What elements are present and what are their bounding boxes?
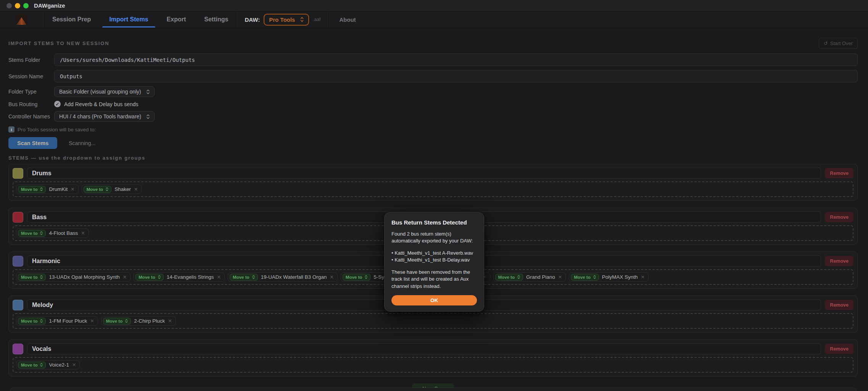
dialog-body-outro: These have been removed from the track l… bbox=[391, 269, 477, 290]
window-title: DAWganize bbox=[34, 2, 65, 9]
folder-type-label: Folder Type bbox=[8, 89, 54, 95]
session-name-input[interactable]: Outputs bbox=[54, 70, 858, 82]
updown-chevrons-icon bbox=[252, 275, 255, 279]
dialog-item-list: Katti_Meethi_v1_test A-Reverb.wavKatti_M… bbox=[391, 250, 477, 264]
move-to-select[interactable]: Move to bbox=[230, 274, 258, 281]
stem-chip: Move to1-FM Four Pluck✕ bbox=[16, 316, 98, 326]
move-to-select[interactable]: Move to bbox=[135, 274, 163, 281]
stem-chip: Move to4-Floot Bass✕ bbox=[16, 228, 89, 238]
window-zoom-button[interactable] bbox=[23, 3, 29, 8]
stem-name: Voice2-1 bbox=[49, 362, 69, 368]
remove-stem-icon[interactable]: ✕ bbox=[71, 186, 74, 192]
daw-select-value: Pro Tools bbox=[269, 16, 295, 23]
remove-stem-icon[interactable]: ✕ bbox=[72, 362, 76, 368]
remove-stem-icon[interactable]: ✕ bbox=[134, 186, 138, 192]
tab-session-prep[interactable]: Session Prep bbox=[43, 11, 100, 27]
stem-name: 2-Chirp Pluck bbox=[134, 318, 165, 324]
remove-stem-icon[interactable]: ✕ bbox=[168, 318, 172, 324]
remove-group-button[interactable]: Remove bbox=[825, 168, 854, 178]
group-name-input[interactable]: Vocals bbox=[27, 343, 821, 354]
remove-stem-icon[interactable]: ✕ bbox=[90, 318, 94, 324]
remove-stem-icon[interactable]: ✕ bbox=[558, 274, 562, 280]
save-location-note: Pro Tools session will be saved to: bbox=[18, 127, 96, 132]
window-minimize-button[interactable] bbox=[15, 3, 20, 8]
stem-chip: Move toPolyMAX Synth✕ bbox=[569, 272, 649, 282]
updown-chevrons-icon bbox=[365, 275, 367, 279]
stem-chip: Move to2-Chirp Pluck✕ bbox=[101, 316, 176, 326]
daw-cell: DAW: Pro Tools .aaf bbox=[238, 11, 327, 27]
bus-routing-checkbox[interactable]: ✓ bbox=[54, 101, 61, 107]
remove-group-button[interactable]: Remove bbox=[825, 256, 854, 266]
group-name-input[interactable]: Drums bbox=[27, 168, 821, 179]
bus-routing-checkbox-label: Add Reverb & Delay bus sends bbox=[64, 101, 138, 107]
dialog-title: Bus Return Stems Detected bbox=[391, 219, 477, 226]
updown-chevrons-icon bbox=[517, 275, 520, 279]
tab-about[interactable]: About bbox=[328, 11, 367, 27]
info-icon: i bbox=[8, 126, 14, 132]
logo-cell bbox=[0, 11, 43, 27]
updown-chevrons-icon bbox=[147, 114, 150, 119]
updown-chevrons-icon bbox=[125, 319, 128, 323]
group-drop-zone[interactable]: Move toDrumKit✕Move toShaker✕ bbox=[13, 181, 854, 197]
updown-chevrons-icon bbox=[40, 187, 43, 191]
controller-names-label: Controller Names bbox=[8, 113, 54, 120]
group-color-swatch[interactable] bbox=[13, 212, 23, 223]
daw-label: DAW: bbox=[245, 16, 260, 23]
scan-status-text: Scanning... bbox=[69, 140, 95, 146]
updown-chevrons-icon bbox=[40, 363, 43, 367]
remove-stem-icon[interactable]: ✕ bbox=[330, 274, 333, 280]
dialog-body-intro: Found 2 bus return stem(s) automatically… bbox=[391, 231, 477, 245]
start-over-button[interactable]: ↺ Start Over bbox=[819, 38, 858, 49]
move-to-select[interactable]: Move to bbox=[343, 274, 370, 281]
stem-name: 19-UADx Waterfall B3 Organ bbox=[261, 274, 327, 280]
stem-chip: Move toGrand Piano✕ bbox=[493, 272, 566, 282]
dialog-list-item: Katti_Meethi_v1_test B-Delay.wav bbox=[391, 257, 477, 263]
group-color-swatch[interactable] bbox=[13, 256, 23, 267]
move-to-select[interactable]: Move to bbox=[18, 230, 46, 237]
title-bar: DAWganize bbox=[0, 0, 868, 11]
folder-type-select[interactable]: Basic Folder (visual grouping only) bbox=[54, 86, 155, 97]
move-to-select[interactable]: Move to bbox=[18, 186, 46, 193]
group-drop-zone[interactable]: Move toVoice2-1✕ bbox=[13, 357, 854, 373]
move-to-select[interactable]: Move to bbox=[571, 274, 599, 281]
remove-stem-icon[interactable]: ✕ bbox=[81, 230, 85, 236]
scan-stems-button[interactable]: Scan Stems bbox=[8, 137, 57, 149]
stem-chip: Move to14-Evangelis Strings✕ bbox=[134, 272, 225, 282]
remove-group-button[interactable]: Remove bbox=[825, 212, 854, 222]
move-to-select[interactable]: Move to bbox=[84, 186, 111, 193]
stem-chip: Move toShaker✕ bbox=[82, 184, 142, 194]
stem-name: Grand Piano bbox=[526, 274, 555, 280]
move-to-select[interactable]: Move to bbox=[103, 318, 131, 325]
remove-stem-icon[interactable]: ✕ bbox=[641, 274, 645, 280]
stem-chip: Move toDrumKit✕ bbox=[16, 184, 79, 194]
group-color-swatch[interactable] bbox=[13, 344, 23, 354]
updown-chevrons-icon bbox=[593, 275, 596, 279]
move-to-select[interactable]: Move to bbox=[495, 274, 523, 281]
stems-folder-label: Stems Folder bbox=[8, 57, 54, 63]
bus-return-dialog: Bus Return Stems Detected Found 2 bus re… bbox=[384, 212, 484, 312]
stem-chip: Move toVoice2-1✕ bbox=[16, 360, 80, 370]
stem-name: 1-FM Four Pluck bbox=[49, 318, 87, 324]
remove-stem-icon[interactable]: ✕ bbox=[217, 274, 221, 280]
stems-folder-input[interactable]: /Users/suresh/Downloads/KattiMeeti/Outpu… bbox=[54, 53, 858, 66]
import-section-title: IMPORT STEMS TO NEW SESSION bbox=[8, 40, 109, 46]
tab-export[interactable]: Export bbox=[158, 11, 195, 27]
move-to-select[interactable]: Move to bbox=[18, 362, 46, 368]
dialog-ok-button[interactable]: OK bbox=[391, 295, 477, 305]
tab-import-stems[interactable]: Import Stems bbox=[100, 11, 157, 27]
group-color-swatch[interactable] bbox=[13, 300, 23, 310]
daw-select[interactable]: Pro Tools bbox=[264, 14, 309, 26]
remove-group-button[interactable]: Remove bbox=[825, 300, 854, 310]
window-close-button[interactable] bbox=[6, 3, 12, 8]
group-color-swatch[interactable] bbox=[13, 168, 23, 179]
move-to-select[interactable]: Move to bbox=[18, 274, 46, 281]
remove-stem-icon[interactable]: ✕ bbox=[123, 274, 127, 280]
remove-group-button[interactable]: Remove bbox=[825, 344, 854, 354]
stems-section-title: STEMS — use the dropdown to assign group… bbox=[8, 155, 858, 161]
daw-extension-label: .aaf bbox=[313, 17, 320, 22]
controller-names-select[interactable]: HUI / 4 chars (Pro Tools hardware) bbox=[54, 111, 155, 122]
group-drop-zone[interactable]: Move to1-FM Four Pluck✕Move to2-Chirp Pl… bbox=[13, 313, 854, 329]
tab-settings[interactable]: Settings bbox=[195, 11, 237, 27]
group-card-drums: DrumsRemoveMove toDrumKit✕Move toShaker✕ bbox=[8, 164, 858, 201]
move-to-select[interactable]: Move to bbox=[18, 318, 46, 325]
